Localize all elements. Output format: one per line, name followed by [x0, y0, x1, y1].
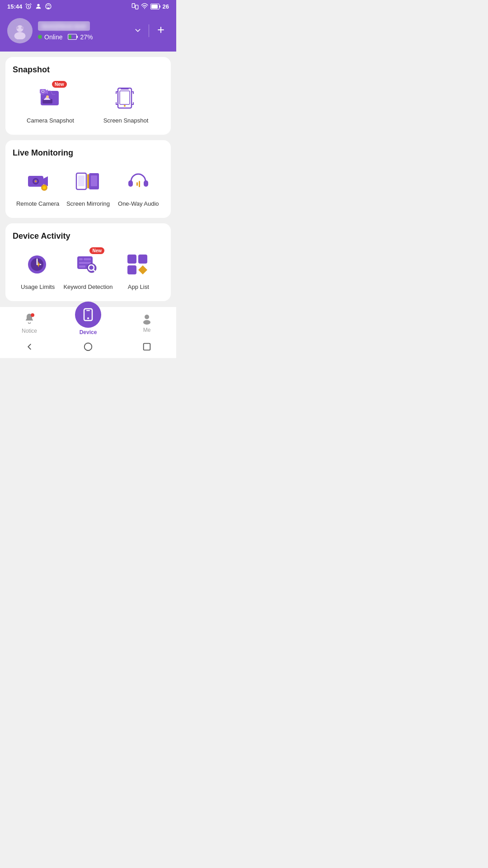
bottom-nav: Notice Device Me [0, 307, 176, 337]
keyword-detection-icon [75, 252, 101, 277]
snapshot-title: Snapshot [13, 65, 164, 75]
remote-camera-label: Remote Camera [16, 200, 59, 208]
app-list-label: App List [128, 283, 149, 291]
app-list-icon [126, 252, 151, 277]
svg-rect-60 [86, 310, 90, 311]
nav-device[interactable]: Device [59, 311, 117, 335]
android-nav [0, 337, 176, 358]
svg-rect-41 [139, 181, 140, 187]
online-label: Online [44, 33, 62, 41]
header-status: Online 27% [38, 33, 125, 41]
camera-snapshot-new-badge: New [52, 81, 67, 88]
svg-rect-10 [160, 5, 160, 8]
recents-button[interactable] [142, 342, 152, 352]
keyword-detection-label: Keyword Detection [63, 283, 113, 291]
svg-point-1 [38, 4, 40, 6]
svg-point-23 [42, 90, 44, 93]
camera-snapshot-icon-wrap: New [36, 84, 65, 113]
battery-header-icon [68, 34, 78, 40]
svg-point-8 [144, 8, 145, 9]
nav-notice[interactable]: Notice [0, 312, 59, 334]
one-way-audio-item[interactable]: One-Way Audio [113, 167, 164, 208]
avatar-icon [11, 22, 28, 39]
camera-snapshot-item[interactable]: New Camera Snapshot [13, 84, 88, 125]
svg-rect-37 [87, 174, 89, 189]
header-actions [131, 24, 169, 38]
screen-snapshot-item[interactable]: Screen Snapshot [88, 84, 164, 125]
device-center-button[interactable] [75, 302, 101, 328]
time-display: 15:44 [7, 3, 22, 10]
alarm-icon [25, 3, 32, 10]
svg-rect-50 [79, 265, 85, 268]
keyword-detection-item[interactable]: New Keyword Detection [63, 250, 113, 291]
back-arrow-icon [24, 342, 34, 352]
svg-rect-39 [144, 180, 148, 187]
svg-rect-54 [127, 255, 136, 264]
wifi-icon [141, 3, 148, 10]
svg-point-62 [143, 320, 150, 325]
palette-icon [45, 3, 52, 10]
device-activity-title: Device Activity [13, 231, 164, 241]
svg-point-57 [31, 313, 34, 317]
svg-rect-49 [79, 262, 91, 264]
usage-limits-icon [25, 252, 51, 277]
main-content: Snapshot New [0, 52, 176, 307]
svg-rect-48 [84, 258, 91, 260]
svg-rect-56 [127, 265, 136, 274]
svg-rect-11 [151, 5, 158, 9]
notice-label: Notice [22, 328, 37, 334]
svg-rect-40 [136, 182, 138, 186]
me-label: Me [143, 327, 151, 333]
app-list-item[interactable]: App List [113, 250, 164, 291]
chevron-down-icon [134, 27, 141, 34]
screen-mirroring-item[interactable]: Screen Mirroring [63, 167, 113, 208]
nav-me[interactable]: Me [117, 313, 176, 333]
svg-point-61 [145, 315, 149, 319]
recents-square-icon [142, 342, 152, 352]
remote-camera-icon [25, 169, 51, 194]
svg-point-32 [42, 186, 46, 189]
live-monitoring-card: Live Monitoring Remote Camera [5, 140, 171, 218]
svg-point-4 [48, 5, 49, 5]
user-name: test@test.test [38, 21, 90, 31]
svg-rect-25 [120, 91, 130, 104]
remote-camera-item[interactable]: Remote Camera [13, 167, 63, 208]
svg-rect-47 [79, 258, 83, 260]
notice-bell-icon [23, 312, 36, 325]
svg-point-59 [87, 317, 89, 319]
person-icon [35, 3, 42, 10]
svg-point-14 [16, 27, 19, 29]
device-activity-card: Device Activity Usage Limits [5, 223, 171, 301]
svg-point-15 [21, 27, 24, 29]
battery-percent: 26 [163, 3, 169, 10]
me-person-icon [141, 313, 153, 326]
status-bar: 15:44 26 [0, 0, 176, 13]
add-button[interactable] [153, 24, 169, 38]
svg-rect-36 [91, 175, 97, 186]
svg-rect-6 [132, 4, 135, 8]
svg-point-13 [14, 32, 26, 39]
screen-snapshot-icon-wrap [112, 84, 141, 113]
home-button[interactable] [83, 342, 93, 352]
device-phone-icon [81, 308, 95, 321]
online-status: Online [38, 33, 62, 41]
dropdown-button[interactable] [131, 24, 145, 38]
back-button[interactable] [24, 342, 34, 352]
battery-percent-header: 27% [80, 33, 93, 41]
one-way-audio-label: One-Way Audio [118, 200, 159, 208]
svg-point-30 [35, 180, 37, 182]
live-monitoring-grid: Remote Camera Screen Mirroring [13, 167, 164, 208]
status-right: 26 [131, 3, 169, 10]
live-monitoring-title: Live Monitoring [13, 148, 164, 158]
app-list-icon-wrap [124, 250, 153, 279]
remote-camera-icon-wrap [23, 167, 52, 196]
svg-rect-7 [135, 5, 138, 9]
svg-rect-18 [69, 35, 71, 39]
svg-point-5 [49, 5, 50, 6]
screen-mirroring-label: Screen Mirroring [66, 200, 110, 208]
screen-snapshot-icon [114, 86, 138, 110]
svg-point-26 [124, 105, 126, 107]
home-circle-icon [83, 342, 93, 352]
usage-limits-item[interactable]: Usage Limits [13, 250, 63, 291]
keyword-detection-new-badge: New [89, 247, 104, 254]
